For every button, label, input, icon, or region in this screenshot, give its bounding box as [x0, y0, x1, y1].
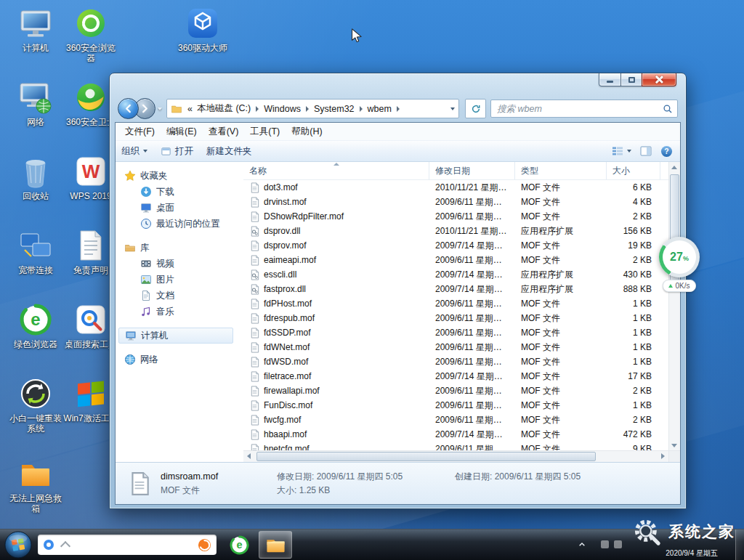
search-input[interactable]: [496, 103, 663, 115]
file-row[interactable]: dsprov.mof2009/7/14 星期…MOF 文件19 KB: [243, 238, 668, 253]
menu-view[interactable]: 查看(V): [203, 123, 244, 140]
file-row[interactable]: fdWNet.mof2009/6/11 星期…MOF 文件1 KB: [243, 340, 668, 354]
file-row[interactable]: hbaapi.mof2009/7/14 星期…MOF 文件472 KB: [243, 427, 668, 442]
file-row[interactable]: DShowRdpFilter.mof2009/6/11 星期…MOF 文件2 K…: [243, 209, 668, 224]
file-row[interactable]: fdPHost.mof2009/6/11 星期…MOF 文件1 KB: [243, 296, 668, 311]
file-row[interactable]: hnetcfg.mof2009/6/11 星期…MOF 文件9 KB: [243, 442, 668, 450]
column-header-type[interactable]: 类型: [515, 162, 607, 179]
scroll-down-icon[interactable]: [671, 444, 677, 447]
start-button[interactable]: [4, 531, 32, 559]
desktop-icon-computer[interactable]: 计算机: [7, 6, 64, 53]
horizontal-scroll-thumb[interactable]: [256, 452, 596, 461]
file-row[interactable]: esscli.dll2009/7/14 星期…应用程序扩展430 KB: [243, 267, 668, 282]
help-button[interactable]: ?: [660, 145, 673, 158]
preview-pane-button[interactable]: [640, 145, 652, 157]
desktop-icon-driver360[interactable]: 360驱动大师: [174, 6, 231, 53]
file-name: fdrespub.mof: [264, 313, 315, 323]
speed-widget[interactable]: 27% 0K/s: [656, 237, 703, 292]
tray-clock[interactable]: 2020/9/4 星期五: [666, 549, 718, 558]
change-view-button[interactable]: [612, 145, 631, 157]
sidebar-item-videos[interactable]: 视频: [116, 256, 243, 272]
file-row[interactable]: fwcfg.mof2009/6/11 星期…MOF 文件2 KB: [243, 413, 668, 427]
file-row[interactable]: FunDisc.mof2009/6/11 星期…MOF 文件1 KB: [243, 398, 668, 413]
organize-button[interactable]: 组织: [121, 145, 147, 158]
sidebar-section-favorites[interactable]: 收藏夹: [116, 168, 243, 184]
file-row[interactable]: fastprox.dll2009/7/14 星期…应用程序扩展888 KB: [243, 282, 668, 296]
sidebar-item-desktop[interactable]: 桌面: [116, 200, 243, 216]
recent-pages-chevron-icon[interactable]: [158, 107, 162, 110]
search-engine-icon[interactable]: [43, 539, 54, 551]
scroll-right-icon[interactable]: [661, 453, 665, 459]
mof-file-icon: [249, 429, 260, 440]
menu-tools[interactable]: 工具(T): [245, 123, 285, 140]
maximize-button[interactable]: [621, 73, 642, 86]
sidebar-item-pictures[interactable]: 图片: [116, 272, 243, 288]
search-icon[interactable]: [663, 104, 673, 114]
breadcrumb-overflow[interactable]: «: [185, 104, 195, 114]
sidebar-item-music[interactable]: 音乐: [116, 304, 243, 320]
breadcrumb-separator-icon[interactable]: [397, 106, 400, 112]
taskbar-green-browser-button[interactable]: e: [222, 531, 256, 559]
tray-icon[interactable]: [601, 540, 609, 548]
search-box[interactable]: [490, 100, 678, 118]
file-row[interactable]: dot3.mof2010/11/21 星期…MOF 文件6 KB: [243, 180, 668, 195]
breadcrumb-separator-icon[interactable]: [360, 106, 363, 112]
breadcrumb-separator-icon[interactable]: [256, 106, 259, 112]
window-title-bar[interactable]: [115, 73, 681, 95]
breadcrumb-segment[interactable]: 本地磁盘 (C:): [195, 102, 253, 115]
column-header-date-modified[interactable]: 修改日期: [429, 162, 515, 179]
chevron-up-icon[interactable]: [60, 540, 70, 551]
breadcrumb-separator-icon[interactable]: [306, 106, 309, 112]
desktop-icon-network[interactable]: 网络: [7, 80, 64, 127]
new-folder-button[interactable]: 新建文件夹: [206, 145, 252, 158]
column-header-name[interactable]: 名称: [243, 162, 429, 179]
file-row[interactable]: firewallapi.mof2009/6/11 星期…MOF 文件2 KB: [243, 384, 668, 398]
breadcrumb-segment[interactable]: Windows: [262, 104, 303, 114]
scroll-up-icon[interactable]: [671, 166, 677, 169]
file-row[interactable]: dsprov.dll2010/11/21 星期…应用程序扩展156 KB: [243, 224, 668, 238]
scroll-left-icon[interactable]: [247, 453, 251, 459]
progress-ring[interactable]: 27%: [659, 237, 700, 277]
taskbar-explorer-button[interactable]: [259, 531, 292, 559]
back-button[interactable]: [118, 98, 139, 119]
menu-help[interactable]: 帮助(H): [286, 123, 327, 140]
minimize-button[interactable]: [599, 73, 621, 86]
file-size: 17 KB: [607, 371, 660, 381]
desktop-icon-greenbrowser[interactable]: e绿色浏览器: [7, 302, 64, 349]
desktop-icon-label: 宽带连接: [7, 265, 64, 275]
tray-expand-icon[interactable]: [578, 541, 586, 548]
sidebar-section-network[interactable]: 网络: [116, 352, 243, 368]
file-row[interactable]: drvinst.mof2009/6/11 星期…MOF 文件4 KB: [243, 195, 668, 209]
orange-search-icon[interactable]: [198, 538, 211, 552]
refresh-button[interactable]: [465, 99, 486, 118]
open-button[interactable]: 打开: [161, 145, 193, 158]
file-row[interactable]: fdSSDP.mof2009/6/11 星期…MOF 文件1 KB: [243, 325, 668, 340]
taskbar-search-box[interactable]: [38, 535, 217, 555]
desktop-icon-xiaobai[interactable]: 小白一键重装系统: [7, 376, 64, 434]
menu-file[interactable]: 文件(F): [120, 123, 160, 140]
sidebar-item-downloads[interactable]: 下载: [116, 184, 243, 200]
file-row[interactable]: eaimeapi.mof2009/6/11 星期…MOF 文件2 KB: [243, 253, 668, 267]
file-row[interactable]: fdWSD.mof2009/6/11 星期…MOF 文件1 KB: [243, 354, 668, 369]
menu-edit[interactable]: 编辑(E): [161, 123, 202, 140]
sidebar-section-computer[interactable]: 计算机: [118, 328, 233, 344]
desktop-icon-browser360[interactable]: 360安全浏览器: [62, 6, 119, 64]
sidebar-section-libraries[interactable]: 库: [116, 240, 243, 256]
file-row[interactable]: filetrace.mof2009/7/14 星期…MOF 文件17 KB: [243, 369, 668, 384]
horizontal-scrollbar[interactable]: [243, 450, 668, 462]
column-header-size[interactable]: 大小: [607, 162, 660, 179]
close-button[interactable]: [642, 73, 676, 86]
file-row[interactable]: fdrespub.mof2009/6/11 星期…MOF 文件1 KB: [243, 311, 668, 325]
breadcrumb-segment[interactable]: wbem: [365, 104, 394, 114]
show-desktop-button[interactable]: [735, 529, 744, 560]
desktop-icon-rescue[interactable]: 无法上网急救箱: [7, 456, 64, 514]
breadcrumb-segment[interactable]: System32: [312, 104, 357, 114]
desktop-icon-broadband[interactable]: 宽带连接: [7, 228, 64, 275]
vertical-scrollbar[interactable]: [668, 162, 680, 462]
address-chevron-down-icon[interactable]: [450, 107, 455, 110]
breadcrumb[interactable]: « 本地磁盘 (C:)WindowsSystem32wbem: [166, 99, 459, 118]
desktop-icon-recycle[interactable]: 回收站: [7, 154, 64, 201]
tray-icon[interactable]: [614, 540, 622, 548]
sidebar-item-recent-places[interactable]: 最近访问的位置: [116, 216, 243, 232]
sidebar-item-documents[interactable]: 文档: [116, 288, 243, 304]
